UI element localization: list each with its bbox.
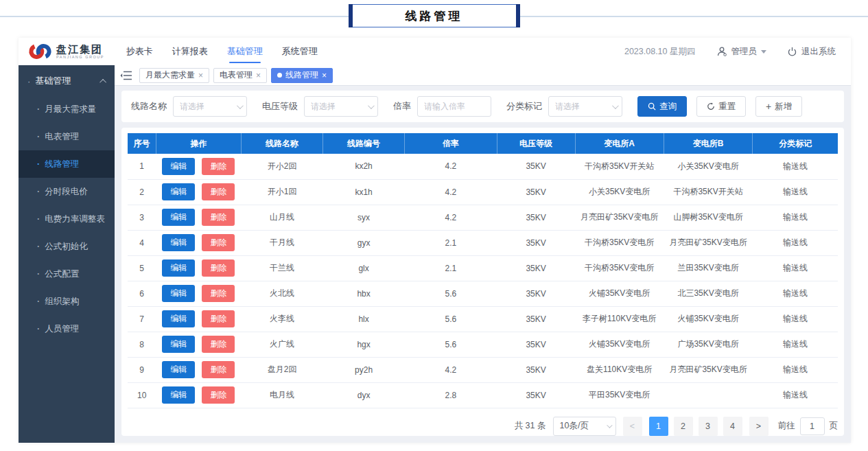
cell-category: 输送线 (753, 306, 838, 332)
cell-line-code: glx (323, 255, 405, 281)
edit-button[interactable]: 编辑 (162, 183, 195, 200)
delete-button[interactable]: 删除 (202, 209, 235, 226)
current-date: 2023.08.10 星期四 (624, 46, 696, 58)
edit-button[interactable]: 编辑 (162, 310, 195, 327)
view-tab[interactable]: 月最大需求量× (139, 68, 209, 83)
cell-station-a: 平田35KV变电所 (575, 382, 664, 408)
logo-subtitle: PANJIANG GROUP (56, 56, 104, 60)
sidebar-item-label: 人员管理 (45, 323, 79, 335)
cell-station-b (664, 382, 752, 408)
delete-button[interactable]: 删除 (202, 183, 235, 200)
delete-button[interactable]: 删除 (202, 234, 235, 251)
sidebar-item[interactable]: ·公式初始化 (19, 233, 115, 260)
cell-station-b: 火铺35KV变电所 (664, 306, 752, 332)
sidebar-item[interactable]: ·月最大需求量 (19, 95, 115, 123)
cell-ratio: 2.8 (405, 382, 497, 408)
table-row: 2编辑删除开小1回kx1h4.235KV小关35KV变电所干沟桥35KV开关站输… (128, 179, 838, 205)
add-button[interactable]: + 新增 (755, 96, 802, 117)
search-button[interactable]: 查询 (637, 96, 687, 117)
sidebar-item[interactable]: ·线路管理 (19, 150, 115, 178)
cell-category: 输送线 (753, 281, 838, 306)
cell-station-a: 李子树110KV变电所 (575, 306, 664, 332)
user-menu[interactable]: 管理员 (716, 46, 767, 58)
refresh-icon (707, 102, 715, 111)
cell-line-code: py2h (323, 357, 405, 382)
prev-page-button[interactable]: < (623, 417, 642, 436)
nav-item-系统管理[interactable]: 系统管理 (282, 38, 318, 65)
delete-button[interactable]: 删除 (202, 310, 235, 327)
tab-close-icon[interactable]: × (198, 71, 203, 80)
cell-line-name: 火李线 (242, 306, 323, 332)
cell-line-name: 干月线 (242, 230, 323, 255)
edit-button[interactable]: 编辑 (162, 361, 195, 378)
page-size-select[interactable]: 10条/页 (553, 417, 616, 436)
edit-button[interactable]: 编辑 (162, 336, 195, 353)
table-body: 1编辑删除开小2回kx2h4.235KV干沟桥35KV开关站小关35KV变电所输… (128, 154, 838, 408)
sidebar-item[interactable]: ·公式配置 (19, 260, 115, 288)
cell-actions: 编辑删除 (156, 154, 241, 179)
cell-line-name: 干兰线 (242, 255, 323, 281)
cell-no: 8 (128, 332, 156, 357)
bullet-icon: · (37, 242, 40, 251)
ratio-input[interactable] (417, 96, 491, 117)
page-button-2[interactable]: 2 (674, 417, 693, 436)
cell-station-a: 干沟桥35KV变电所 (575, 230, 664, 255)
next-page-button[interactable]: > (749, 417, 769, 436)
cell-actions: 编辑删除 (156, 357, 241, 382)
bullet-icon: · (37, 132, 40, 141)
view-tab[interactable]: 电表管理× (213, 68, 267, 83)
cell-voltage: 35KV (497, 382, 575, 408)
chevron-down-icon (607, 422, 612, 428)
collapse-sidebar-icon[interactable] (120, 70, 132, 81)
sidebar-item[interactable]: ·分时段电价 (19, 178, 115, 205)
bullet-icon: · (37, 297, 40, 306)
line-name-select[interactable]: 请选择 (173, 96, 247, 117)
category-select[interactable]: 请选择 (548, 96, 622, 117)
cell-no: 7 (128, 306, 156, 332)
table-row: 3编辑删除山月线syx4.235KV月亮田矿35KV变电所山脚树35KV变电所输… (128, 205, 838, 230)
sidebar-item[interactable]: ·电表管理 (19, 123, 115, 150)
page-button-1[interactable]: 1 (649, 417, 668, 436)
delete-button[interactable]: 删除 (202, 158, 235, 175)
cell-line-name: 电月线 (242, 382, 323, 408)
delete-button[interactable]: 删除 (202, 336, 235, 353)
sidebar-group-basic-management[interactable]: · 基础管理 (19, 67, 115, 95)
tab-close-icon[interactable]: × (322, 71, 327, 80)
edit-button[interactable]: 编辑 (162, 285, 195, 302)
sidebar-item[interactable]: ·电费力率调整表 (19, 205, 115, 233)
edit-button[interactable]: 编辑 (162, 259, 195, 277)
header-right: 2023.08.10 星期四 管理员 退出系统 (624, 46, 836, 58)
delete-button[interactable]: 删除 (202, 285, 235, 302)
sidebar-item[interactable]: ·人员管理 (19, 315, 115, 343)
edit-button[interactable]: 编辑 (162, 234, 195, 251)
filter-line-name: 线路名称 请选择 (131, 96, 247, 117)
delete-button[interactable]: 删除 (202, 361, 235, 378)
page-button-4[interactable]: 4 (723, 417, 742, 436)
sidebar-item[interactable]: ·组织架构 (19, 288, 115, 315)
view-tab[interactable]: 线路管理× (271, 68, 333, 83)
cell-category: 输送线 (753, 255, 838, 281)
reset-button[interactable]: 重置 (696, 96, 746, 117)
total-count: 共 31 条 (515, 420, 546, 432)
edit-button[interactable]: 编辑 (162, 386, 195, 404)
column-header: 线路名称 (242, 133, 323, 154)
logout-button[interactable]: 退出系统 (787, 46, 836, 58)
goto-page-input[interactable] (800, 417, 825, 435)
delete-button[interactable]: 删除 (202, 386, 235, 404)
edit-button[interactable]: 编辑 (162, 158, 195, 175)
tab-close-icon[interactable]: × (256, 71, 261, 80)
delete-button[interactable]: 删除 (202, 259, 235, 277)
nav-item-基础管理[interactable]: 基础管理 (227, 38, 263, 65)
page-button-3[interactable]: 3 (699, 417, 718, 436)
nav-item-抄表卡[interactable]: 抄表卡 (126, 38, 153, 65)
category-label: 分类标记 (506, 100, 542, 113)
filter-voltage: 电压等级 请选择 (262, 96, 378, 117)
logo-title: 盘江集团 (56, 44, 104, 54)
cell-station-a: 干沟桥35KV变电所 (575, 255, 664, 281)
cell-station-a: 干沟桥35KV开关站 (575, 154, 664, 179)
line-table: 序号操作线路名称线路编号倍率电压等级变电所A变电所B分类标记 1编辑删除开小2回… (128, 133, 838, 408)
bullet-icon: · (37, 104, 40, 114)
voltage-select[interactable]: 请选择 (304, 96, 378, 117)
edit-button[interactable]: 编辑 (162, 209, 195, 226)
nav-item-计算报表[interactable]: 计算报表 (172, 38, 208, 65)
